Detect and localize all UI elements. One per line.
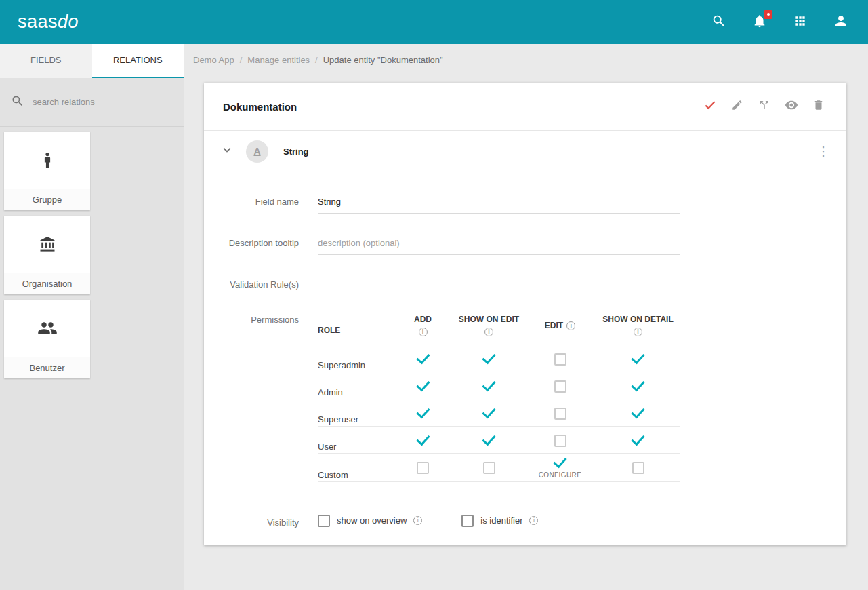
bank-icon xyxy=(4,216,90,273)
perm-row-superadmin: Superadmin xyxy=(318,345,680,372)
delete-icon xyxy=(812,99,825,114)
field-menu-button[interactable] xyxy=(814,142,833,161)
perm-show-on-edit-toggle[interactable] xyxy=(485,408,493,418)
brand-italic: do xyxy=(58,12,79,32)
account-button[interactable] xyxy=(831,13,850,32)
perm-edit-toggle[interactable] xyxy=(554,408,566,420)
perm-col-show-on-detail: SHOW ON DETAIL xyxy=(596,315,680,336)
breadcrumb-item[interactable]: Demo App xyxy=(193,55,234,65)
account-icon xyxy=(833,13,849,32)
relation-card-gruppe[interactable]: Gruppe xyxy=(4,132,90,210)
entity-actions xyxy=(701,98,827,115)
perm-role-label: Custom xyxy=(318,470,392,481)
brand-logo[interactable]: saasdo xyxy=(18,12,79,33)
is-identifier-label: is identifier xyxy=(480,515,522,526)
edit-button[interactable] xyxy=(728,98,746,115)
perm-col-role: ROLE xyxy=(318,326,392,336)
perm-col-show-on-edit: SHOW ON EDIT xyxy=(453,315,524,336)
validation-row: Validation Rule(s) xyxy=(218,275,846,293)
perm-show-on-edit-toggle[interactable] xyxy=(485,435,493,445)
collapse-button[interactable] xyxy=(218,142,236,161)
perm-edit-toggle[interactable] xyxy=(554,380,566,393)
description-input[interactable] xyxy=(318,234,680,255)
show-on-overview-option[interactable]: show on overview xyxy=(318,515,422,527)
perm-show-on-edit-toggle[interactable] xyxy=(485,381,493,391)
topbar-actions xyxy=(709,13,850,32)
permissions-row: Permissions ROLE ADD SHOW ON EDIT xyxy=(218,311,846,482)
relation-card-organisation[interactable]: Organisation xyxy=(4,216,90,294)
preview-button[interactable] xyxy=(783,98,800,115)
perm-col-edit-label: EDIT xyxy=(545,321,563,330)
relation-card-label: Organisation xyxy=(4,273,90,294)
permissions-table-header: ROLE ADD SHOW ON EDIT EDIT xyxy=(318,311,680,345)
visibility-row: Visibility show on overview is identifie… xyxy=(218,513,846,528)
info-icon[interactable] xyxy=(413,516,422,525)
validation-form-label: Validation Rule(s) xyxy=(218,275,299,293)
sidebar: FIELDS RELATIONS Gruppe Organisation Ben… xyxy=(0,44,184,590)
checkbox-icon[interactable] xyxy=(318,515,330,527)
confirm-check-icon xyxy=(703,98,717,115)
perm-col-add: ADD xyxy=(392,315,453,336)
delete-button[interactable] xyxy=(810,98,827,115)
breadcrumb-item[interactable]: Manage entities xyxy=(247,55,310,65)
perm-add-toggle[interactable] xyxy=(419,408,427,418)
field-row-string[interactable]: A String xyxy=(204,130,846,172)
apps-button[interactable] xyxy=(791,13,810,32)
perm-edit-toggle[interactable] xyxy=(556,458,564,467)
is-identifier-option[interactable]: is identifier xyxy=(461,515,538,527)
perm-role-label: Superadmin xyxy=(318,360,392,372)
relations-search-input[interactable] xyxy=(33,97,173,107)
breadcrumb: Demo App Manage entities Update entity "… xyxy=(185,44,868,65)
perm-col-show-on-detail-label: SHOW ON DETAIL xyxy=(602,315,673,324)
configure-link[interactable]: CONFIGURE xyxy=(539,471,582,479)
fork-button[interactable] xyxy=(756,98,773,115)
description-form-label: Description tooltip xyxy=(218,234,299,255)
search-button[interactable] xyxy=(709,13,728,32)
perm-col-show-on-edit-label: SHOW ON EDIT xyxy=(459,315,519,324)
perm-role-label: Admin xyxy=(318,387,392,399)
description-row: Description tooltip xyxy=(218,234,846,255)
entity-title: Dokumentation xyxy=(223,101,297,113)
perm-row-admin: Admin xyxy=(318,372,680,399)
tab-relations[interactable]: RELATIONS xyxy=(92,44,184,78)
perm-add-toggle[interactable] xyxy=(417,462,429,474)
fork-icon xyxy=(758,99,770,114)
relation-card-benutzer[interactable]: Benutzer xyxy=(4,300,90,378)
notifications-button[interactable] xyxy=(750,13,769,32)
eye-icon xyxy=(785,98,798,115)
perm-role-label: Superuser xyxy=(318,414,392,426)
info-icon[interactable] xyxy=(634,328,642,336)
person-icon xyxy=(4,132,90,189)
checkbox-icon[interactable] xyxy=(461,515,474,527)
validation-rules-area[interactable] xyxy=(318,275,680,293)
notification-badge xyxy=(764,10,772,19)
info-icon[interactable] xyxy=(529,516,538,525)
relation-card-label: Gruppe xyxy=(4,189,90,210)
perm-show-on-detail-toggle[interactable] xyxy=(634,408,642,418)
edit-icon xyxy=(731,99,743,114)
tab-fields[interactable]: FIELDS xyxy=(0,44,92,78)
perm-edit-toggle[interactable] xyxy=(554,353,566,366)
perm-add-toggle[interactable] xyxy=(419,381,427,391)
perm-show-on-detail-toggle[interactable] xyxy=(632,462,644,474)
perm-show-on-edit-toggle[interactable] xyxy=(483,462,495,474)
info-icon[interactable] xyxy=(419,328,428,336)
perm-show-on-detail-toggle[interactable] xyxy=(634,354,642,363)
perm-add-toggle[interactable] xyxy=(419,354,427,363)
confirm-button[interactable] xyxy=(701,98,719,115)
permissions-form-label: Permissions xyxy=(218,311,299,482)
perm-row-superuser: Superuser xyxy=(318,399,680,427)
relation-grid: Gruppe Organisation Benutzer xyxy=(0,127,184,383)
search-icon xyxy=(711,14,726,31)
breadcrumb-separator xyxy=(234,55,248,65)
perm-show-on-detail-toggle[interactable] xyxy=(634,381,642,391)
perm-show-on-edit-toggle[interactable] xyxy=(485,354,493,363)
perm-show-on-detail-toggle[interactable] xyxy=(634,435,642,445)
info-icon[interactable] xyxy=(566,321,575,330)
apps-grid-icon xyxy=(793,14,807,31)
perm-edit-toggle[interactable] xyxy=(554,435,566,447)
info-icon[interactable] xyxy=(484,328,493,336)
perm-col-edit: EDIT xyxy=(524,321,596,330)
field-name-input[interactable] xyxy=(318,193,680,214)
perm-add-toggle[interactable] xyxy=(419,435,427,445)
